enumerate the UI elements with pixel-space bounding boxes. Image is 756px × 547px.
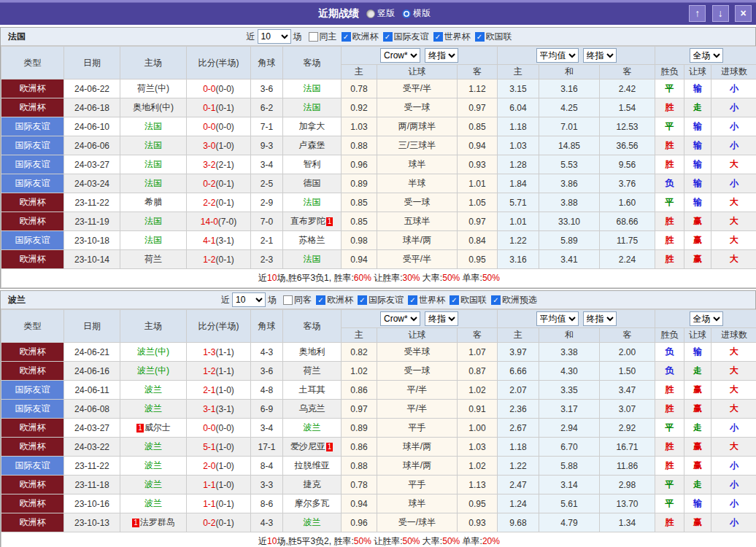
average-select[interactable]: 平均值 [536, 311, 579, 326]
match-type: 欧洲杯 [1, 362, 64, 381]
league-filter[interactable]: ✓世界杯 [433, 28, 471, 45]
handicap-away-odds: 0.97 [458, 212, 498, 231]
league-filter[interactable]: ✓国际友谊 [358, 291, 404, 309]
avg-away-odds: 1.54 [600, 98, 655, 117]
bookmaker-select[interactable]: Crow* [380, 311, 420, 326]
bookmaker-select[interactable]: Crow* [380, 48, 420, 63]
score-fulltime: 1-1 [203, 499, 215, 509]
same-venue-filter[interactable]: 同客 [283, 291, 312, 309]
checkbox-unchecked-icon[interactable] [309, 32, 318, 42]
home-team: 法国 [120, 117, 187, 136]
avg-home-odds: 1.28 [498, 155, 539, 174]
avg-away-odds: 11.86 [600, 457, 655, 476]
match-date: 23-10-13 [64, 513, 120, 532]
checkbox-checked-icon[interactable]: ✓ [491, 295, 501, 305]
avg-away-odds: 36.56 [600, 136, 655, 155]
avg-away-odds: 2.00 [600, 343, 655, 362]
avg-index-select[interactable]: 终指 [583, 311, 617, 326]
match-type: 国际友谊 [1, 174, 64, 193]
score-halftime: (0-0) [216, 423, 234, 433]
league-filter-label: 世界杯 [444, 28, 471, 45]
avg-draw-odds: 5.89 [539, 231, 600, 250]
scope-select[interactable]: 全场 [690, 48, 723, 63]
avg-draw-odds: 33.10 [539, 212, 600, 231]
team-name: 法国 [8, 28, 26, 45]
checkbox-checked-icon[interactable]: ✓ [408, 295, 417, 305]
same-venue-label: 同主 [320, 28, 337, 45]
match-row: 欧洲杯23-10-131法罗群岛0-2(0-1)4-3波兰0.96受一/球半0.… [1, 513, 756, 532]
radio-selected-icon[interactable] [402, 9, 411, 18]
checkbox-checked-icon[interactable]: ✓ [450, 295, 459, 305]
league-filter[interactable]: ✓欧国联 [475, 28, 512, 45]
handicap-line: 两/两球半 [377, 117, 458, 136]
radio-unselected-icon[interactable] [366, 9, 375, 18]
home-team: 希腊 [120, 193, 187, 212]
away-team: 波兰 [283, 419, 342, 438]
league-filter[interactable]: ✓国际友谊 [383, 28, 429, 45]
same-venue-filter[interactable]: 同主 [309, 28, 337, 45]
home-team: 波兰 [120, 400, 187, 419]
league-filter[interactable]: ✓欧洲杯 [316, 291, 353, 309]
away-team: 法国 [283, 193, 342, 212]
match-row: 国际友谊24-06-11波兰2-1(1-0)4-8土耳其0.86平/半1.022… [1, 381, 756, 400]
league-filter[interactable]: ✓世界杯 [408, 291, 445, 309]
corner-score: 2-9 [251, 193, 283, 212]
avg-home-odds: 6.04 [498, 98, 539, 117]
checkbox-checked-icon[interactable]: ✓ [316, 295, 325, 305]
match-date: 24-06-21 [64, 343, 120, 362]
handicap-line: 受一球 [377, 362, 458, 381]
radio-vertical-layout[interactable]: 竖版 [366, 7, 395, 20]
crow-index-select[interactable]: 终指 [425, 311, 458, 326]
result-goals: 小 [711, 98, 756, 117]
league-filter[interactable]: ✓欧国联 [450, 291, 487, 309]
move-down-button[interactable]: ↓ [712, 5, 729, 22]
handicap-line: 球半 [377, 494, 458, 513]
summary-segment: 10 [267, 536, 277, 546]
checkbox-checked-icon[interactable]: ✓ [433, 32, 443, 42]
sub-column-header: 客 [458, 328, 498, 343]
radio-horizontal-layout[interactable]: 横版 [402, 7, 431, 20]
corner-score: 6-9 [251, 400, 283, 419]
corner-score: 4-3 [251, 513, 283, 532]
corner-score: 3-4 [251, 419, 283, 438]
checkbox-checked-icon[interactable]: ✓ [342, 32, 351, 42]
score-fulltime: 2-2 [203, 198, 215, 208]
match-count-select[interactable]: 10 [232, 292, 266, 307]
handicap-home-odds: 0.82 [342, 343, 377, 362]
result-goals: 大 [711, 438, 756, 457]
result-handicap: 输 [684, 117, 711, 136]
match-count-select[interactable]: 10 [258, 29, 291, 44]
move-up-button[interactable]: ↑ [689, 5, 706, 22]
scope-select[interactable]: 全场 [690, 311, 723, 326]
handicap-home-odds: 0.98 [342, 231, 377, 250]
checkbox-checked-icon[interactable]: ✓ [383, 32, 393, 42]
league-filter-label: 欧洲杯 [352, 28, 379, 45]
score-halftime: (3-1) [216, 236, 234, 246]
summary-segment: 50% [354, 536, 371, 546]
close-button[interactable]: × [735, 5, 752, 22]
score-halftime: (0-1) [216, 198, 234, 208]
result-goals: 大 [711, 193, 756, 212]
red-card-badge: 1 [326, 443, 333, 451]
avg-home-odds: 2.36 [498, 400, 539, 419]
league-filter[interactable]: ✓欧洲预选 [491, 291, 537, 309]
red-card-badge: 1 [326, 217, 333, 226]
average-select[interactable]: 平均值 [536, 48, 579, 63]
home-team: 波兰(中) [120, 362, 187, 381]
red-card-badge: 1 [136, 424, 144, 432]
checkbox-checked-icon[interactable]: ✓ [358, 295, 367, 305]
match-date: 23-11-19 [64, 212, 120, 231]
crow-index-select[interactable]: 终指 [425, 48, 458, 63]
match-type: 国际友谊 [1, 400, 64, 419]
avg-index-select[interactable]: 终指 [583, 48, 617, 63]
result-winlose: 平 [655, 117, 684, 136]
league-filter[interactable]: ✓欧洲杯 [342, 28, 379, 45]
column-header: 客场 [283, 47, 342, 79]
handicap-home-odds: 0.96 [342, 513, 377, 532]
match-row: 欧洲杯23-10-16波兰1-1(0-1)8-6摩尔多瓦0.94球半0.951.… [1, 494, 756, 513]
away-team: 法国 [283, 79, 342, 98]
summary-row: 近10场,胜5平3负2, 胜率:50% 让胜率:50% 大率:50% 单率:20… [1, 532, 756, 547]
checkbox-checked-icon[interactable]: ✓ [475, 32, 485, 42]
checkbox-unchecked-icon[interactable] [283, 295, 293, 305]
handicap-line: 球半 [377, 155, 458, 174]
